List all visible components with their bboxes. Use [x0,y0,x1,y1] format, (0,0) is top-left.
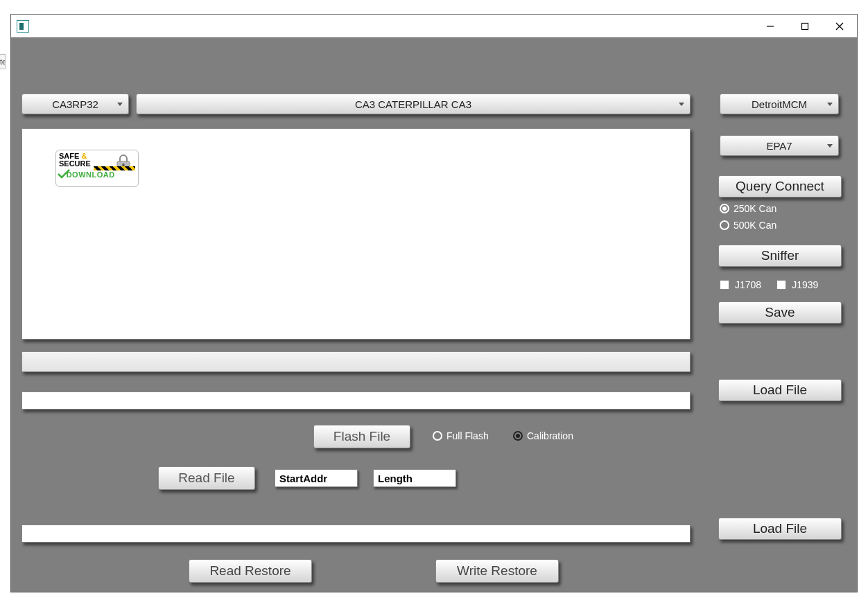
background-tab-truncated: ted [0,54,6,69]
read-restore-button[interactable]: Read Restore [189,559,312,583]
checkbox-j1939-label: J1939 [792,279,818,290]
start-addr-input[interactable]: StartAddr [275,469,358,487]
load-file-button-2[interactable]: Load File [718,518,842,540]
adapter-dropdown[interactable]: CA3RP32 [21,94,129,114]
log-panel: SAFE & SECURE DOWNLOAD [21,128,691,340]
file-path-field-2[interactable] [21,525,691,543]
checkbox-j1939[interactable] [776,280,786,290]
radio-500k-can[interactable] [720,220,729,230]
checkbox-j1708-label: J1708 [735,279,761,290]
length-input[interactable]: Length [373,469,456,487]
close-button[interactable] [822,15,857,37]
module-dropdown-value: DetroitMCM [752,98,807,110]
badge-line2: SECURE [59,159,91,168]
svg-rect-1 [802,23,808,29]
vehicle-dropdown[interactable]: CA3 CATERPILLAR CA3 [136,94,691,114]
app-window: CA3RP32 CA3 CATERPILLAR CA3 DetroitMCM E… [10,14,858,592]
maximize-button[interactable] [788,15,822,37]
save-button[interactable]: Save [718,301,842,324]
load-file-button-1[interactable]: Load File [718,379,842,401]
sniffer-button[interactable]: Sniffer [718,245,842,267]
start-addr-placeholder: StartAddr [279,473,327,484]
module-dropdown[interactable]: DetroitMCM [720,94,839,114]
badge-line3: DOWNLOAD [67,170,115,179]
radio-250k-label: 250K Can [734,203,776,214]
length-placeholder: Length [378,473,413,484]
progress-bar [21,351,691,372]
minimize-button[interactable] [753,15,788,37]
checkbox-j1708[interactable] [720,280,729,290]
radio-calibration[interactable] [513,431,523,441]
radio-full-flash-label: Full Flash [446,430,489,441]
radio-full-flash[interactable] [433,431,442,441]
read-file-button[interactable]: Read File [158,466,255,490]
safe-secure-badge: SAFE & SECURE DOWNLOAD [55,150,139,187]
flash-file-button[interactable]: Flash File [313,425,410,448]
write-restore-button[interactable]: Write Restore [435,559,559,583]
app-icon [17,20,29,33]
radio-250k-can[interactable] [720,204,729,213]
titlebar [11,15,857,38]
radio-calibration-label: Calibration [527,430,573,441]
spec-dropdown-value: EPA7 [766,140,792,152]
radio-500k-label: 500K Can [734,220,776,231]
file-path-field-1[interactable] [21,392,691,410]
vehicle-dropdown-value: CA3 CATERPILLAR CA3 [355,98,471,110]
adapter-dropdown-value: CA3RP32 [52,98,98,110]
checkmark-icon [58,169,70,179]
spec-dropdown[interactable]: EPA7 [720,135,839,156]
query-connect-button[interactable]: Query Connect [718,175,842,197]
